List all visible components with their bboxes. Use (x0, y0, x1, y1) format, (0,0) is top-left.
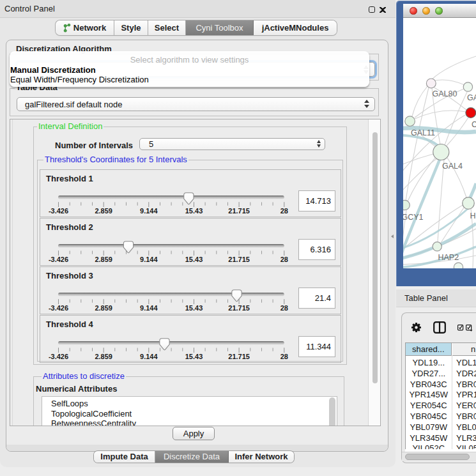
svg-text:HIS4: HIS4 (470, 211, 476, 220)
svg-text:15.43: 15.43 (185, 304, 203, 312)
svg-text:GAL11: GAL11 (411, 128, 435, 137)
svg-text:21.715: 21.715 (228, 353, 250, 360)
svg-text:21.715: 21.715 (228, 207, 250, 215)
svg-text:28: 28 (280, 207, 288, 215)
svg-text:28: 28 (280, 304, 288, 312)
svg-text:2.859: 2.859 (95, 304, 112, 312)
svg-text:-3.426: -3.426 (49, 256, 68, 263)
svg-text:2.859: 2.859 (95, 256, 112, 263)
svg-text:9.144: 9.144 (140, 304, 158, 312)
svg-text:28: 28 (280, 353, 288, 360)
svg-text:CDC36: CDC36 (472, 120, 476, 129)
svg-text:GAL80: GAL80 (433, 89, 457, 98)
svg-text:15.43: 15.43 (185, 353, 203, 360)
svg-text:GCY1: GCY1 (403, 213, 424, 222)
svg-text:2.859: 2.859 (95, 207, 112, 215)
svg-text:-3.426: -3.426 (49, 207, 68, 215)
svg-text:15.43: 15.43 (185, 256, 203, 263)
svg-text:GAL4: GAL4 (442, 162, 463, 171)
svg-text:9.144: 9.144 (140, 207, 158, 215)
svg-text:9.144: 9.144 (140, 353, 158, 360)
svg-text:-3.426: -3.426 (49, 353, 68, 360)
svg-text:-3.426: -3.426 (49, 304, 68, 312)
svg-text:15.43: 15.43 (185, 207, 203, 215)
svg-text:HAP2: HAP2 (438, 253, 459, 262)
svg-text:21.715: 21.715 (228, 304, 250, 312)
svg-text:9.144: 9.144 (140, 256, 158, 263)
svg-text:2.859: 2.859 (95, 353, 112, 360)
svg-text:GAL1: GAL1 (467, 93, 476, 102)
svg-text:28: 28 (280, 256, 288, 263)
svg-text:21.715: 21.715 (228, 256, 250, 263)
